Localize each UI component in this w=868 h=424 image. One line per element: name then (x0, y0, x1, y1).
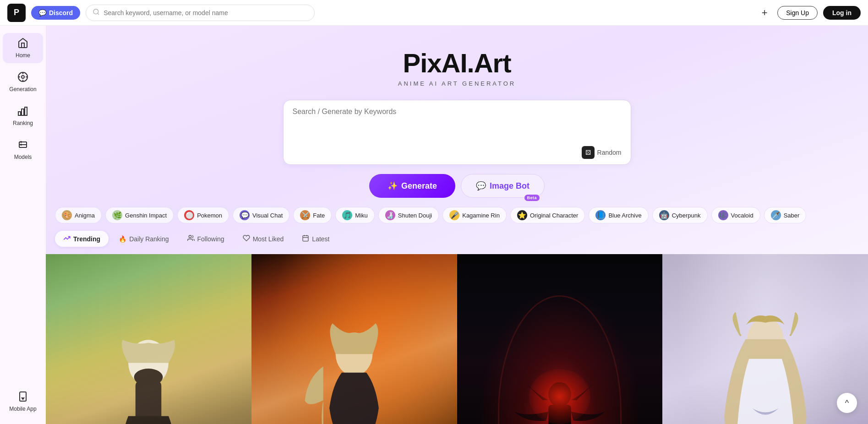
svg-point-0 (93, 9, 98, 14)
svg-point-27 (134, 369, 163, 386)
model-tag-original[interactable]: ⭐ Original Character (510, 207, 585, 223)
search-input[interactable] (104, 9, 308, 16)
site-logo: P (7, 4, 26, 22)
sidebar: Home Generation Ranking Models Mobile Ap… (0, 26, 46, 424)
model-tag-miku[interactable]: 🎵 Miku (335, 207, 374, 223)
filter-tabs: Trending 🔥 Daily Ranking Following Most … (46, 229, 868, 254)
discord-icon: 💬 (38, 9, 46, 16)
palette-icon (17, 71, 28, 84)
svg-point-20 (189, 235, 191, 238)
generate-box: ⚄ Random (283, 100, 631, 165)
sidebar-generation-label: Generation (9, 86, 36, 92)
image-grid (46, 254, 868, 424)
sidebar-item-ranking[interactable]: Ranking (3, 101, 43, 131)
sidebar-item-home[interactable]: Home (3, 33, 43, 63)
trending-icon (63, 234, 71, 243)
tab-following[interactable]: Following (179, 231, 233, 247)
nav-right: + Sign Up Log in (757, 5, 861, 20)
tab-most-liked[interactable]: Most Liked (235, 231, 292, 247)
blue-archive-icon: 📘 (595, 210, 606, 220)
generate-area: ⚄ Random (274, 100, 640, 165)
original-icon: ⭐ (517, 210, 527, 220)
shuten-icon: 🍶 (385, 210, 395, 220)
action-buttons: ✨ Generate 💬 Image Bot Beta (46, 174, 868, 198)
kagamine-icon: 🎤 (449, 210, 459, 220)
model-tag-visual-chat[interactable]: 💬 Visual Chat (233, 207, 289, 223)
hero-section: PixAI.Art ANIME AI ART GENERATOR (46, 26, 868, 100)
svg-rect-8 (22, 109, 24, 115)
sidebar-item-models[interactable]: Models (3, 135, 43, 165)
saber-icon: 🗡️ (771, 210, 781, 220)
main-content: PixAI.Art ANIME AI ART GENERATOR ⚄ Rando… (46, 26, 868, 424)
dice-icon: ⚄ (582, 146, 595, 159)
chevron-up-icon: ^ (845, 398, 849, 408)
discord-button[interactable]: 💬 Discord (31, 6, 80, 20)
pokemon-icon: ⚪ (184, 210, 194, 220)
svg-rect-7 (18, 112, 21, 115)
sidebar-item-mobile[interactable]: Mobile App (3, 386, 43, 417)
svg-point-15 (20, 141, 22, 143)
image-card-3[interactable] (457, 254, 663, 424)
login-button[interactable]: Log in (823, 6, 861, 20)
fate-icon: ⚔️ (300, 210, 310, 220)
generate-button[interactable]: ✨ Generate (369, 174, 455, 198)
model-tag-saber[interactable]: 🗡️ Saber (764, 207, 807, 223)
miku-icon: 🎵 (342, 210, 352, 220)
beta-badge: Beta (524, 195, 540, 201)
search-icon (93, 8, 100, 17)
random-button[interactable]: ⚄ Random (582, 146, 622, 159)
models-icon (17, 139, 28, 152)
top-navigation: P 💬 Discord + Sign Up Log in (0, 0, 868, 26)
tab-latest[interactable]: Latest (294, 231, 338, 247)
model-tag-pokemon[interactable]: ⚪ Pokemon (177, 207, 229, 223)
generate-input[interactable] (293, 108, 622, 144)
mobile-icon (17, 391, 28, 404)
site-title: PixAI.Art (55, 48, 859, 78)
image-card-4[interactable] (662, 254, 868, 424)
generate-box-bottom: ⚄ Random (293, 146, 622, 159)
image-card-2[interactable] (251, 254, 457, 424)
sidebar-item-generation[interactable]: Generation (3, 67, 43, 97)
svg-point-16 (20, 144, 22, 146)
sidebar-bottom: Mobile App (3, 386, 43, 417)
cyberpunk-icon: 🤖 (659, 210, 669, 220)
sidebar-ranking-label: Ranking (13, 120, 33, 126)
wand-icon: ✨ (388, 181, 398, 191)
model-tag-fate[interactable]: ⚔️ Fate (293, 207, 332, 223)
following-icon (187, 234, 195, 243)
search-bar (86, 5, 315, 21)
image-card-1[interactable] (46, 254, 251, 424)
model-tag-blue-archive[interactable]: 📘 Blue Archive (589, 207, 648, 223)
model-tag-vocaloid[interactable]: 🎼 Vocaloid (711, 207, 760, 223)
visual-chat-icon: 💬 (240, 210, 250, 220)
home-icon (17, 38, 28, 50)
sidebar-mobile-label: Mobile App (9, 406, 36, 412)
create-button[interactable]: + (757, 5, 772, 20)
model-tag-anigma[interactable]: 🎨 Anigma (55, 207, 102, 223)
tab-daily-ranking[interactable]: 🔥 Daily Ranking (110, 232, 177, 246)
model-tag-genshin[interactable]: 🌿 Genshin Impact (105, 207, 174, 223)
anigma-icon: 🎨 (62, 210, 72, 220)
model-tag-kagamine[interactable]: 🎤 Kagamine Rin (442, 207, 507, 223)
site-subtitle: ANIME AI ART GENERATOR (55, 80, 859, 87)
vocaloid-icon: 🎼 (718, 210, 728, 220)
calendar-icon (302, 234, 309, 243)
heart-icon (243, 234, 250, 243)
signup-button[interactable]: Sign Up (777, 6, 818, 20)
model-tag-cyberpunk[interactable]: 🤖 Cyberpunk (652, 207, 708, 223)
svg-rect-21 (303, 236, 308, 241)
model-tags-row: 🎨 Anigma 🌿 Genshin Impact ⚪ Pokemon 💬 Vi… (46, 207, 868, 229)
imagebot-button[interactable]: 💬 Image Bot Beta (461, 174, 545, 198)
ranking-icon (17, 105, 28, 118)
svg-rect-9 (25, 107, 27, 115)
model-tag-shuten[interactable]: 🍶 Shuten Douji (378, 207, 439, 223)
tab-trending[interactable]: Trending (55, 231, 109, 247)
genshin-icon: 🌿 (112, 210, 122, 220)
scroll-top-button[interactable]: ^ (837, 393, 857, 413)
svg-point-2 (22, 76, 24, 78)
fire-icon: 🔥 (119, 235, 126, 243)
sidebar-home-label: Home (16, 52, 30, 59)
chat-icon: 💬 (476, 181, 486, 191)
sidebar-models-label: Models (14, 154, 32, 160)
